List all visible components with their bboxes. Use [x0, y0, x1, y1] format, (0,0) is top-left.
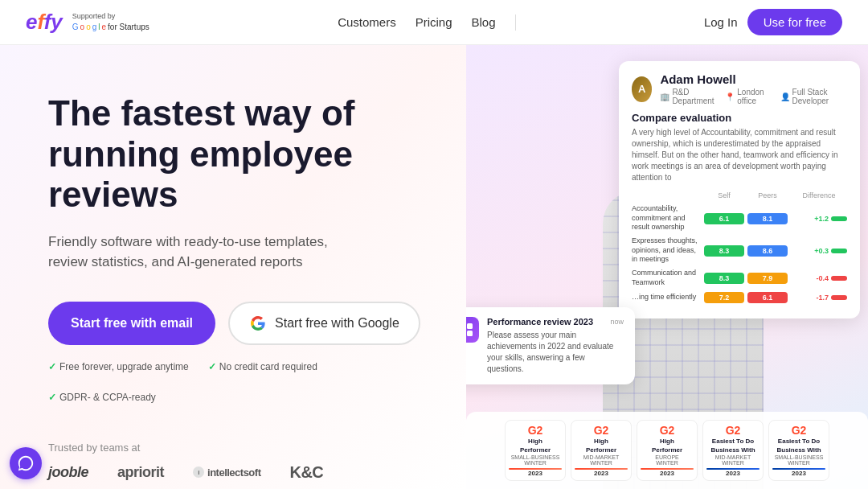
eval-row-4: …ing time efficiently 7.2 6.1 -1.7	[632, 292, 847, 303]
perk-3-text: GDPR- & CCPA-ready	[59, 392, 156, 403]
col-diff: Difference	[791, 191, 847, 199]
eval-row-1: Accountability, commitment and result ow…	[632, 204, 847, 232]
eval-row-1-diff: +1.2	[791, 215, 847, 223]
eval-row-4-label: …ing time efficiently	[632, 293, 701, 302]
badge-5-sub: SMALL-BUSINESS	[775, 454, 824, 460]
perk-1-text: Free forever, upgrade anytime	[59, 361, 189, 372]
google-startups-text: Google for Startups	[72, 22, 149, 32]
logo-intellectsoft: i intellectsoft	[193, 466, 260, 479]
badge-4-region: WINTER	[722, 460, 744, 466]
badge-1-sub: SMALL-BUSINESS	[511, 454, 560, 460]
left-panel: The fastest way of running employee revi…	[0, 45, 466, 489]
badge-4-sub: MID-MARKET	[715, 454, 751, 460]
eval-row-3-peers: 7.9	[747, 273, 788, 284]
badge-4-year: 2023	[726, 470, 740, 477]
badge-5-label: Easiest To Do	[778, 438, 820, 445]
badge-2-label: High	[594, 438, 608, 445]
nav-blog[interactable]: Blog	[472, 15, 496, 29]
notif-content: Performance review 2023 now Please asses…	[487, 317, 624, 375]
svg-rect-3	[467, 331, 473, 336]
right-panel: A Adam Howell 🏢 R&D Department 📍 London …	[466, 45, 868, 489]
supported-label: Supported by	[72, 12, 149, 22]
eval-row-4-self: 7.2	[704, 292, 744, 303]
badge-3: G2 High Performer EUROPE WINTER 2023	[637, 420, 698, 481]
badge-2: G2 High Performer MID-MARKET WINTER 2023	[571, 420, 632, 481]
start-email-button[interactable]: Start free with email	[48, 302, 215, 345]
badge-2-g2: G2	[594, 424, 609, 437]
building-icon: 🏢	[660, 92, 669, 101]
badge-3-g2: G2	[660, 424, 675, 437]
badge-2-region: WINTER	[590, 460, 612, 466]
col-peers: Peers	[747, 191, 788, 199]
eval-row-3-label: Communication and Teamwork	[632, 269, 701, 287]
badge-1-label: High	[528, 438, 542, 445]
google-button-text: Start free with Google	[275, 316, 399, 331]
logo[interactable]: effy	[26, 10, 63, 35]
eval-meta: 🏢 R&D Department 📍 London office 👤 Full …	[660, 88, 847, 105]
eval-avatar: A	[632, 76, 652, 102]
badge-5: G2 Easiest To Do Business With SMALL-BUS…	[768, 420, 829, 481]
check-icon-3: ✓	[48, 392, 56, 403]
eval-office: 📍 London office	[725, 88, 772, 105]
eval-section-title: Compare evaluation	[632, 112, 847, 124]
eval-name: Adam Howell	[660, 72, 847, 86]
nav-pricing[interactable]: Pricing	[416, 15, 452, 29]
badge-1-region: WINTER	[524, 460, 547, 466]
eval-row-1-label: Accountability, commitment and result ow…	[632, 204, 701, 232]
eval-role: 👤 Full Stack Developer	[780, 88, 847, 105]
login-button[interactable]: Log In	[704, 15, 738, 29]
eval-table-header: Self Peers Difference	[632, 191, 847, 199]
eval-row-2-label: Expresses thoughts, opinions, and ideas,…	[632, 236, 701, 265]
badge-1-g2: G2	[528, 424, 543, 437]
google-logo-icon	[249, 314, 267, 332]
badge-3-label2: Performer	[652, 446, 682, 454]
eval-row-1-peers: 8.1	[747, 213, 788, 224]
trusted-section: Trusted by teams at jooble apriorit i in…	[48, 442, 434, 482]
badge-2-label2: Performer	[586, 446, 616, 454]
eval-row-4-diff: -1.7	[791, 294, 847, 302]
perk-3: ✓ GDPR- & CCPA-ready	[48, 392, 156, 403]
chat-bubble-button[interactable]	[10, 447, 42, 479]
badge-5-g2: G2	[792, 424, 807, 437]
start-google-button[interactable]: Start free with Google	[228, 302, 420, 345]
eval-profile: A Adam Howell 🏢 R&D Department 📍 London …	[632, 72, 847, 105]
badge-1-year: 2023	[528, 470, 542, 477]
perks-list: ✓ Free forever, upgrade anytime ✓ No cre…	[48, 361, 434, 403]
notif-icon	[466, 317, 479, 343]
badge-3-year: 2023	[660, 470, 674, 477]
eval-row-3: Communication and Teamwork 8.3 7.9 -0.4	[632, 269, 847, 287]
eval-card: A Adam Howell 🏢 R&D Department 📍 London …	[619, 61, 860, 318]
badge-4: G2 Easiest To Do Business With MID-MARKE…	[702, 420, 764, 481]
eval-dept: 🏢 R&D Department	[660, 88, 717, 105]
eval-row-2-self: 8.3	[704, 245, 744, 257]
badge-3-sub: EUROPE	[655, 454, 679, 460]
eval-row-2: Expresses thoughts, opinions, and ideas,…	[632, 236, 847, 265]
hero-title: The fastest way of running employee revi…	[48, 93, 434, 216]
badge-4-label: Easiest To Do	[712, 438, 754, 445]
notification-card: Performance review 2023 now Please asses…	[466, 307, 635, 384]
badge-2-sub: MID-MARKET	[583, 454, 619, 460]
header: effy Supported by Google for Startups Cu…	[0, 0, 868, 45]
badge-3-region: WINTER	[656, 460, 678, 466]
badge-5-region: WINTER	[788, 460, 810, 466]
cta-buttons: Start free with email Start free with Go…	[48, 302, 434, 345]
logo-apriorit: apriorit	[117, 464, 164, 481]
eval-row-4-peers: 6.1	[747, 292, 788, 303]
badge-1-label2: Performer	[520, 446, 551, 454]
badge-5-label2: Business With	[776, 446, 821, 454]
person-icon: 👤	[780, 92, 790, 101]
col-self: Self	[704, 191, 744, 199]
perk-2: ✓ No credit card required	[208, 361, 317, 372]
svg-rect-1	[467, 323, 473, 329]
eval-row-3-self: 8.3	[704, 273, 744, 284]
perk-2-text: No credit card required	[219, 361, 317, 372]
trusted-logos: jooble apriorit i intellectsoft K&C	[48, 463, 434, 482]
nav-customers[interactable]: Customers	[338, 15, 396, 29]
header-actions: Log In Use for free	[704, 9, 842, 35]
logo-kc: K&C	[289, 463, 323, 482]
header-left: effy Supported by Google for Startups	[26, 10, 149, 35]
supported-by-badge: Supported by Google for Startups	[72, 12, 149, 32]
eval-row-2-peers: 8.6	[747, 245, 788, 257]
use-free-button[interactable]: Use for free	[747, 9, 842, 35]
nav-divider	[515, 14, 516, 31]
